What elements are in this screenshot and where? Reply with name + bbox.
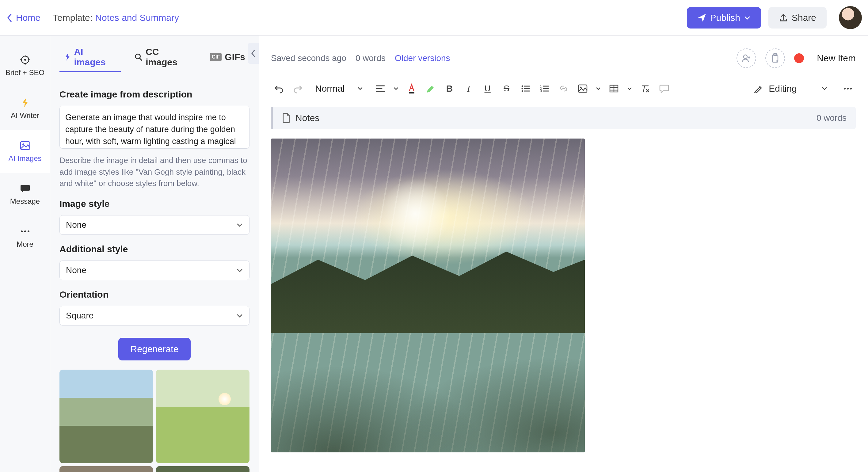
target-icon bbox=[20, 54, 31, 65]
thumbnail-image[interactable] bbox=[156, 370, 249, 463]
underline-button[interactable]: U bbox=[480, 81, 496, 97]
link-button[interactable] bbox=[556, 81, 571, 97]
bullet-list-button[interactable] bbox=[518, 81, 534, 97]
home-label: Home bbox=[16, 12, 40, 23]
thumbnail-image[interactable] bbox=[59, 466, 153, 472]
bold-button[interactable]: B bbox=[442, 81, 458, 97]
editing-mode-select[interactable]: Editing bbox=[745, 80, 837, 97]
panel-collapse-button[interactable] bbox=[248, 43, 259, 64]
highlight-button[interactable] bbox=[423, 81, 439, 97]
strip-item-more[interactable]: More bbox=[0, 216, 50, 259]
chevron-down-icon bbox=[357, 86, 363, 92]
share-button[interactable]: Share bbox=[768, 7, 827, 29]
numbered-list-icon: 123 bbox=[540, 85, 549, 93]
additional-style-select[interactable]: None bbox=[59, 260, 249, 280]
italic-button[interactable]: I bbox=[461, 81, 476, 97]
upload-icon bbox=[779, 13, 788, 22]
thumbnail-image[interactable] bbox=[156, 466, 249, 472]
add-collaborator-button[interactable] bbox=[737, 49, 756, 68]
bullet-list-icon bbox=[521, 85, 530, 93]
highlight-icon bbox=[426, 84, 436, 93]
document-icon bbox=[282, 113, 290, 123]
paragraph-style-select[interactable]: Normal bbox=[309, 83, 369, 94]
chevron-down-icon bbox=[236, 267, 243, 274]
send-icon bbox=[697, 13, 707, 22]
undo-icon bbox=[274, 84, 284, 93]
comment-button[interactable] bbox=[656, 81, 672, 97]
svg-point-3 bbox=[22, 144, 24, 145]
image-dropdown[interactable] bbox=[594, 81, 603, 97]
strip-item-ai-images[interactable]: AI Images bbox=[0, 130, 50, 173]
orientation-label: Orientation bbox=[59, 289, 249, 300]
avatar[interactable] bbox=[839, 6, 862, 29]
strip-item-brief-seo[interactable]: Brief + SEO bbox=[0, 44, 50, 87]
svg-point-1 bbox=[24, 59, 26, 61]
prompt-section-label: Create image from description bbox=[59, 89, 249, 100]
tab-ai-images[interactable]: AI images bbox=[59, 43, 121, 72]
align-button[interactable] bbox=[372, 81, 388, 97]
strip-label: AI Images bbox=[8, 154, 41, 163]
redo-button[interactable] bbox=[290, 81, 306, 97]
home-link[interactable]: Home bbox=[6, 12, 40, 23]
publish-label: Publish bbox=[710, 12, 740, 23]
align-dropdown[interactable] bbox=[392, 81, 401, 97]
regenerate-button[interactable]: Regenerate bbox=[118, 338, 191, 360]
prompt-input[interactable] bbox=[59, 106, 249, 149]
publish-button[interactable]: Publish bbox=[687, 7, 761, 29]
more-toolbar-button[interactable] bbox=[840, 81, 856, 97]
template-name-link[interactable]: Notes and Summary bbox=[95, 12, 179, 23]
template-label: Template: bbox=[53, 12, 95, 23]
align-left-icon bbox=[376, 85, 385, 93]
clear-format-button[interactable] bbox=[637, 81, 653, 97]
svg-point-5 bbox=[24, 230, 26, 232]
svg-point-14 bbox=[521, 90, 523, 92]
strip-label: Message bbox=[10, 197, 40, 206]
tab-cc-images[interactable]: CC images bbox=[130, 43, 196, 72]
bolt-icon bbox=[64, 53, 71, 61]
orientation-value: Square bbox=[66, 311, 93, 321]
image-icon bbox=[578, 84, 588, 93]
chevron-down-icon bbox=[595, 86, 601, 91]
bolt-icon bbox=[20, 97, 31, 108]
notes-block[interactable]: Notes 0 words bbox=[271, 107, 856, 129]
strip-item-message[interactable]: Message bbox=[0, 173, 50, 216]
style-value: Normal bbox=[315, 83, 345, 94]
chevron-down-icon bbox=[627, 86, 632, 91]
strikethrough-button[interactable]: S bbox=[499, 81, 515, 97]
text-color-button[interactable] bbox=[404, 81, 420, 97]
chevron-down-icon bbox=[822, 86, 828, 92]
chevron-down-icon bbox=[236, 222, 243, 228]
image-style-select[interactable]: None bbox=[59, 215, 249, 235]
thumbnail-image[interactable] bbox=[59, 370, 153, 463]
chevron-down-icon bbox=[744, 14, 751, 21]
strip-item-ai-writer[interactable]: AI Writer bbox=[0, 87, 50, 130]
message-icon bbox=[20, 183, 31, 194]
editor-main: Saved seconds ago 0 words Older versions… bbox=[259, 36, 868, 472]
left-nav-strip: Brief + SEO AI Writer AI Images Message … bbox=[0, 36, 50, 472]
svg-point-12 bbox=[521, 86, 523, 87]
svg-text:3: 3 bbox=[540, 90, 542, 93]
strip-label: AI Writer bbox=[11, 111, 39, 120]
table-icon bbox=[609, 85, 619, 93]
table-button[interactable] bbox=[606, 81, 622, 97]
orientation-select[interactable]: Square bbox=[59, 306, 249, 325]
undo-button[interactable] bbox=[271, 81, 287, 97]
user-plus-icon bbox=[741, 53, 751, 63]
svg-rect-11 bbox=[409, 92, 414, 93]
numbered-list-button[interactable]: 123 bbox=[537, 81, 553, 97]
tab-gifs[interactable]: GIF GIFs bbox=[206, 43, 249, 72]
paste-button[interactable] bbox=[765, 49, 785, 68]
redo-icon bbox=[293, 84, 303, 93]
header-word-count: 0 words bbox=[355, 53, 385, 63]
image-style-label: Image style bbox=[59, 199, 249, 209]
svg-point-6 bbox=[28, 230, 29, 232]
table-dropdown[interactable] bbox=[625, 81, 634, 97]
older-versions-link[interactable]: Older versions bbox=[395, 53, 450, 63]
chevron-down-icon bbox=[236, 312, 243, 319]
svg-point-23 bbox=[850, 88, 852, 90]
chevron-left-icon bbox=[6, 13, 13, 23]
link-icon bbox=[559, 84, 568, 93]
image-style-value: None bbox=[66, 220, 87, 230]
image-insert-button[interactable] bbox=[575, 81, 591, 97]
inserted-image[interactable] bbox=[271, 138, 585, 452]
